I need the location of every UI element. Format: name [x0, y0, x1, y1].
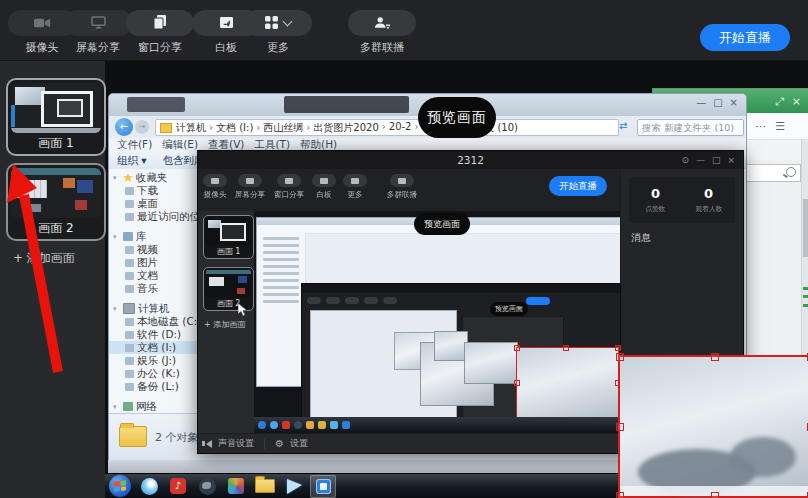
explorer-nav-item[interactable]: 办公 (K:) [109, 367, 197, 380]
explorer-nav-item[interactable]: 桌面 [109, 197, 197, 210]
explorer-nav-item[interactable]: 娱乐 (J:) [109, 354, 197, 367]
scene-card-1[interactable]: 画面 1 [6, 78, 106, 156]
resize-handle[interactable] [514, 345, 520, 351]
speaker-icon [206, 440, 212, 448]
start-button[interactable] [109, 475, 131, 497]
pin-icon[interactable]: ⊙ [681, 151, 689, 169]
nested-preview-bubble: 预览画面 [490, 302, 528, 316]
taskbar-icon-music[interactable]: ♪ [165, 475, 191, 498]
more-dots-icon[interactable]: ⋯ [755, 120, 766, 133]
taskbar-icon-photos[interactable] [223, 475, 249, 498]
settings-button[interactable]: 设置 [290, 437, 308, 450]
explorer-nav-item[interactable]: 音乐 [109, 282, 197, 295]
explorer-nav-item[interactable]: 最近访问的位置 [109, 210, 197, 223]
inner-toolbar-button[interactable]: 更多 [343, 174, 367, 200]
resize-handle[interactable] [563, 345, 569, 351]
nav-group-computer[interactable]: ▾计算机 [109, 302, 197, 315]
inner-window-titlebar[interactable]: 2312 ⊙ — □ × [198, 151, 743, 169]
screen-share-button[interactable]: 屏幕分享 [64, 10, 132, 55]
breadcrumb-segment[interactable]: 文档 (I:) [206, 121, 253, 135]
back-button[interactable]: ← [115, 118, 133, 136]
inner-start-live-button[interactable]: 开始直播 [549, 176, 607, 196]
taskbar-icon-folder[interactable] [252, 475, 278, 498]
scene-1-thumbnail [11, 83, 101, 133]
explorer-menu-item[interactable]: 编辑(E) [162, 138, 198, 152]
breadcrumb-segment[interactable]: 20-2 [379, 121, 412, 135]
stat: 0 观看人数 [682, 177, 735, 223]
more-button[interactable]: 更多 [244, 10, 312, 55]
close-icon[interactable]: × [792, 95, 801, 108]
sound-settings-button[interactable]: 声音设置 [218, 437, 254, 450]
preview-canvas[interactable]: ⤢ × ● ☾ ↓ ✂ ↩ ⋯ ☰ ? [105, 60, 808, 498]
minimize-icon[interactable]: — [696, 97, 706, 108]
explorer-nav-item[interactable]: 视频 [109, 243, 197, 256]
explorer-nav-item[interactable]: 备份 (L:) [109, 380, 197, 393]
breadcrumb-segment[interactable]: 出货图片2020 [303, 121, 378, 135]
drive-icon [125, 331, 134, 339]
window-share-button[interactable]: 窗口分享 [126, 10, 194, 55]
explorer-menu-item[interactable]: 文件(F) [117, 138, 152, 152]
breadcrumb-segment[interactable]: 西山丝绸 [253, 121, 303, 135]
restore-icon[interactable]: ⤢ [775, 95, 784, 108]
resize-handle[interactable] [615, 345, 621, 351]
start-live-button[interactable]: 开始直播 [700, 24, 790, 51]
close-icon[interactable]: × [727, 151, 735, 169]
resize-handle[interactable] [514, 380, 520, 386]
camera-overlay-small[interactable] [434, 331, 468, 361]
tool-icon [277, 174, 301, 187]
taskbar-icon-live-app[interactable] [310, 475, 336, 498]
drive-icon [125, 357, 134, 365]
camera-overlay-large-selected[interactable] [618, 355, 808, 498]
inner-toolbar-button[interactable]: 多群联播 [386, 174, 418, 200]
inner-toolbar-button[interactable]: 屏幕分享 [234, 174, 266, 200]
taskbar-icon-messenger[interactable] [281, 475, 307, 498]
add-scene-button[interactable]: + 添加画面 [13, 250, 75, 267]
resize-handle[interactable] [616, 353, 624, 361]
folder-icon [119, 426, 147, 447]
inner-toolbar-button[interactable]: 窗口分享 [273, 174, 305, 200]
multi-group-broadcast-button[interactable]: 多群联播 [348, 10, 416, 55]
explorer-nav-item[interactable]: 文档 [109, 269, 197, 282]
maximize-icon[interactable]: □ [713, 97, 722, 108]
inner-add-scene-button[interactable]: + 添加画面 [204, 319, 245, 330]
screen-share-icon [91, 14, 106, 33]
nav-group-libraries[interactable]: ▾库 [109, 230, 197, 243]
menu-icon[interactable]: ☰ [775, 120, 785, 133]
explorer-search-input[interactable]: 搜索 新建文件夹 (10) [637, 119, 744, 136]
close-icon[interactable]: × [730, 97, 738, 108]
explorer-command[interactable]: 组织 ▾ [117, 154, 147, 168]
explorer-nav-item[interactable]: 下载 [109, 184, 197, 197]
explorer-nav-item[interactable]: 图片 [109, 256, 197, 269]
breadcrumb-segment[interactable]: 计算机 [176, 121, 206, 135]
breadcrumb[interactable]: 计算机文档 (I:)西山丝绸出货图片202020-220新建文件夹 (10) [155, 119, 619, 136]
camera-overlay-small[interactable] [464, 342, 518, 384]
explorer-nav-item[interactable]: 文档 (I:) [109, 341, 197, 354]
refresh-icon[interactable]: ⇄ [619, 120, 627, 131]
explorer-nav-item[interactable]: 本地磁盘 (C:) [109, 315, 197, 328]
background-window-artifact [127, 97, 185, 112]
expand-icon[interactable]: ▾ [113, 305, 120, 313]
expand-icon[interactable]: ▾ [113, 403, 120, 411]
resize-handle[interactable] [711, 353, 719, 361]
background-window-artifact [284, 96, 409, 113]
taskbar-icon-browser[interactable] [136, 475, 162, 498]
minimize-icon[interactable]: — [696, 151, 705, 169]
nav-group-favorites[interactable]: ▾收藏夹 [109, 171, 197, 184]
inner-toolbar-button[interactable]: 白板 [312, 174, 336, 200]
taskbar-icon-globe[interactable] [194, 475, 220, 498]
maximize-icon[interactable]: □ [712, 151, 721, 169]
tool-icon [312, 174, 336, 187]
more-grid-icon [265, 14, 278, 33]
camera-overlay-selected[interactable] [516, 347, 619, 422]
expand-icon[interactable]: ▾ [113, 174, 120, 182]
expand-icon[interactable]: ▾ [113, 233, 120, 241]
resize-handle[interactable] [616, 492, 624, 498]
inner-scene-card-1[interactable]: 画面 1 [203, 215, 254, 259]
inner-toolbar-button[interactable]: 摄像头 [203, 174, 227, 200]
resize-handle[interactable] [711, 492, 719, 498]
explorer-nav-item[interactable]: 软件 (D:) [109, 328, 197, 341]
resize-handle[interactable] [616, 423, 624, 431]
nav-group-network[interactable]: ▾网络 [109, 400, 197, 413]
scene-card-2[interactable]: 画面 2 [6, 163, 106, 241]
forward-button[interactable]: → [135, 120, 149, 134]
